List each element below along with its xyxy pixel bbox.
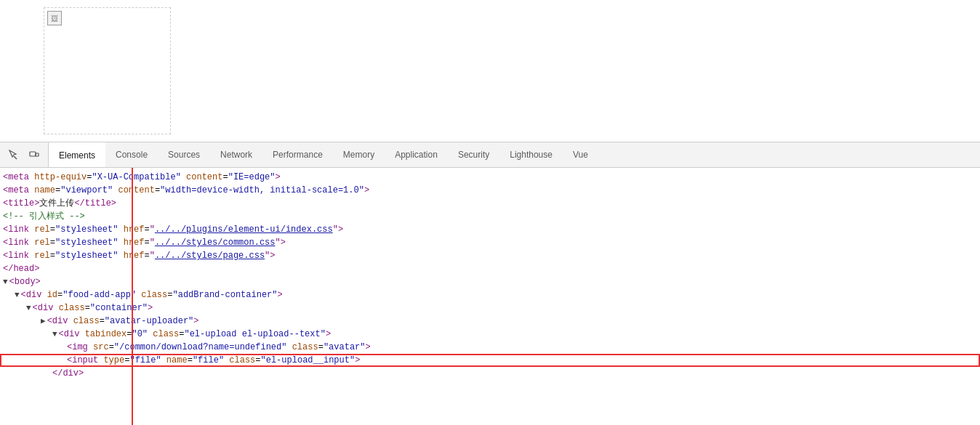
tab-lighthouse[interactable]: Lighthouse [499,142,563,167]
code-line-10[interactable]: ▼<div id="food-add-app" class="addBrand-… [0,288,980,301]
code-line-4[interactable]: <!-- 引入样式 --> [0,210,980,223]
broken-image-icon: 🖼 [47,11,62,25]
code-line-14[interactable]: <img src="/common/download?name=undefine… [0,341,980,354]
code-line-3[interactable]: <title>文件上传</title> [0,197,980,210]
preview-image-box: 🖼 [44,7,171,134]
tab-vue[interactable]: Vue [563,142,598,167]
svg-rect-2 [36,153,39,156]
code-line-8[interactable]: </head> [0,262,980,275]
tabs-container: Elements Console Sources Network Perform… [49,142,598,167]
tab-performance[interactable]: Performance [262,142,333,167]
code-line-6[interactable]: <link rel="stylesheet" href="../../style… [0,236,980,249]
code-line-16[interactable]: </div> [0,367,980,380]
code-line-7[interactable]: <link rel="stylesheet" href="../../style… [0,249,980,262]
code-line-12[interactable]: ▶<div class="avatar-uploader"> [0,315,980,328]
code-panel[interactable]: <meta http-equiv="X-UA-Compatible" conte… [0,168,980,425]
devtools-toolbar: Elements Console Sources Network Perform… [0,142,980,168]
preview-area: 🖼 [0,0,980,142]
tab-application[interactable]: Application [385,142,448,167]
inspect-element-button[interactable] [6,147,22,163]
tab-network[interactable]: Network [210,142,262,167]
tab-console[interactable]: Console [105,142,158,167]
svg-rect-1 [30,152,36,156]
toolbar-icons [0,142,49,167]
device-toolbar-button[interactable] [26,147,42,163]
svg-line-0 [14,156,17,159]
devtools-panel: Elements Console Sources Network Perform… [0,142,980,425]
link-common-css[interactable]: ../../styles/common.css [155,238,276,248]
code-line-1[interactable]: <meta http-equiv="X-UA-Compatible" conte… [0,171,980,184]
code-line-5[interactable]: <link rel="stylesheet" href="../../plugi… [0,223,980,236]
code-line-2[interactable]: <meta name="viewport" content="width=dev… [0,184,980,197]
tab-memory[interactable]: Memory [333,142,385,167]
code-line-13[interactable]: ▼<div tabindex="0" class="el-upload el-u… [0,328,980,341]
code-line-15[interactable]: <input type="file" name="file" class="el… [0,354,980,367]
tab-elements[interactable]: Elements [49,142,105,167]
link-element-css[interactable]: ../../plugins/element-ui/index.css [155,224,333,235]
tab-security[interactable]: Security [448,142,499,167]
code-line-11[interactable]: ▼<div class="container"> [0,301,980,315]
link-page-css[interactable]: ../../styles/page.css [155,251,265,261]
tab-sources[interactable]: Sources [158,142,210,167]
code-line-9[interactable]: ▼<body> [0,275,980,288]
